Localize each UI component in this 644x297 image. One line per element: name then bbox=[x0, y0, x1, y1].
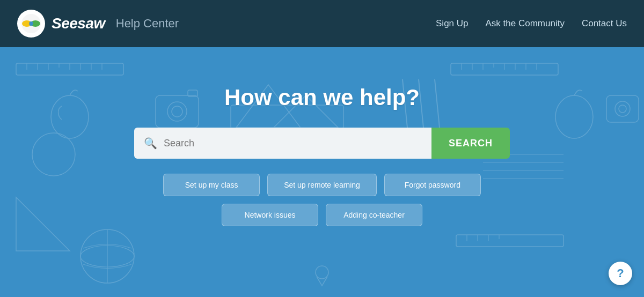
nav-contact[interactable]: Contact Us bbox=[582, 18, 627, 29]
quick-btn-network-issues[interactable]: Network issues bbox=[222, 204, 318, 226]
logo-text: Seesaw bbox=[52, 15, 105, 32]
svg-rect-46 bbox=[456, 235, 564, 247]
svg-point-40 bbox=[615, 101, 630, 116]
svg-line-26 bbox=[435, 79, 440, 133]
svg-rect-39 bbox=[606, 95, 639, 122]
quick-btn-forgot-password[interactable]: Forgot password bbox=[384, 174, 481, 196]
svg-point-5 bbox=[33, 21, 38, 26]
quick-btn-adding-coteacher[interactable]: Adding co-teacher bbox=[326, 204, 422, 226]
svg-point-16 bbox=[51, 95, 89, 138]
quick-links-row-2: Network issues Adding co-teacher bbox=[134, 204, 510, 226]
search-row: 🔍 SEARCH bbox=[134, 128, 510, 159]
svg-point-41 bbox=[619, 105, 626, 113]
svg-point-4 bbox=[24, 21, 30, 26]
svg-point-38 bbox=[555, 95, 593, 138]
quick-btn-setup-class[interactable]: Set up my class bbox=[163, 174, 260, 196]
nav-signup[interactable]: Sign Up bbox=[436, 18, 468, 29]
help-center-label: Help Center bbox=[116, 17, 179, 31]
question-icon: ? bbox=[617, 266, 624, 280]
header: Seesaw Help Center Sign Up Ask the Commu… bbox=[0, 0, 644, 47]
search-input-wrapper: 🔍 bbox=[134, 128, 431, 159]
logo-area: Seesaw Help Center bbox=[17, 10, 179, 38]
svg-point-6 bbox=[30, 22, 33, 26]
svg-point-18 bbox=[167, 102, 187, 121]
nav: Sign Up Ask the Community Contact Us bbox=[436, 18, 627, 29]
help-fab-button[interactable]: ? bbox=[609, 262, 632, 285]
quick-links: Set up my class Set up remote learning F… bbox=[134, 174, 510, 226]
search-icon: 🔍 bbox=[144, 137, 157, 150]
nav-community[interactable]: Ask the Community bbox=[486, 18, 565, 29]
hero-title: How can we help? bbox=[224, 85, 420, 110]
svg-point-56 bbox=[316, 266, 328, 279]
search-button[interactable]: SEARCH bbox=[431, 128, 510, 159]
logo-icon bbox=[17, 10, 45, 38]
quick-links-row-1: Set up my class Set up remote learning F… bbox=[134, 174, 510, 196]
svg-rect-17 bbox=[156, 95, 199, 128]
quick-btn-remote-learning[interactable]: Set up remote learning bbox=[267, 174, 377, 196]
hero-section: How can we help? 🔍 SEARCH Set up my clas… bbox=[0, 47, 644, 297]
search-input[interactable] bbox=[164, 128, 422, 159]
svg-point-19 bbox=[172, 106, 182, 117]
svg-point-55 bbox=[32, 133, 75, 176]
svg-marker-42 bbox=[16, 197, 70, 251]
